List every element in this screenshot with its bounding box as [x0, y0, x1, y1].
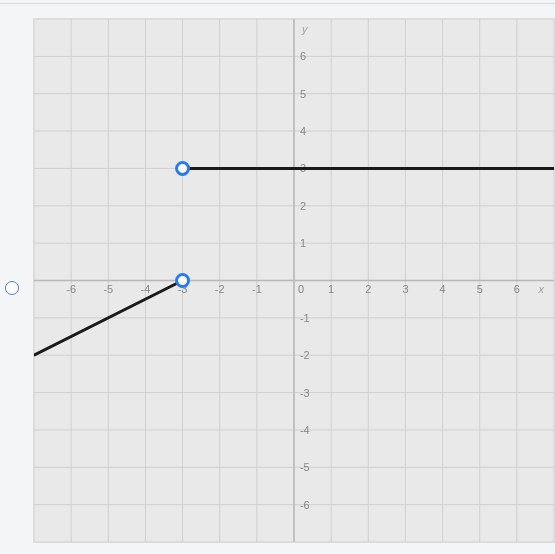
xtick--2: -2: [215, 283, 225, 295]
ytick--1: -1: [300, 312, 310, 324]
ytick--3: -3: [300, 387, 310, 399]
y-axis-label: y: [301, 23, 309, 35]
xtick-2: 2: [365, 283, 371, 295]
xtick--1: -1: [252, 283, 262, 295]
ytick--4: -4: [300, 424, 310, 436]
xtick--5: -5: [103, 283, 113, 295]
ytick-6: 6: [300, 50, 306, 62]
xtick-0: 0: [298, 283, 304, 295]
xtick-3: 3: [402, 283, 408, 295]
piecewise-graph: -6-5-4-3-2-10123456-6-5-4-3-2-1123456xy: [33, 18, 555, 543]
ytick--5: -5: [300, 461, 310, 473]
open-point-0: [177, 275, 189, 287]
ytick--6: -6: [300, 499, 310, 511]
ytick-2: 2: [300, 200, 306, 212]
x-axis-label: x: [538, 283, 545, 295]
xtick-6: 6: [514, 283, 520, 295]
plot-svg: -6-5-4-3-2-10123456-6-5-4-3-2-1123456xy: [34, 19, 554, 542]
ytick--2: -2: [300, 349, 310, 361]
xtick--6: -6: [66, 283, 76, 295]
open-point-1: [177, 162, 189, 174]
ytick-4: 4: [300, 125, 306, 137]
ytick-5: 5: [300, 88, 306, 100]
xtick-1: 1: [328, 283, 334, 295]
xtick--4: -4: [141, 283, 151, 295]
xtick-4: 4: [440, 283, 446, 295]
ytick-1: 1: [300, 237, 306, 249]
top-divider: [0, 3, 555, 4]
radio-button[interactable]: [5, 281, 19, 295]
xtick-5: 5: [477, 283, 483, 295]
option-row[interactable]: [5, 281, 19, 295]
